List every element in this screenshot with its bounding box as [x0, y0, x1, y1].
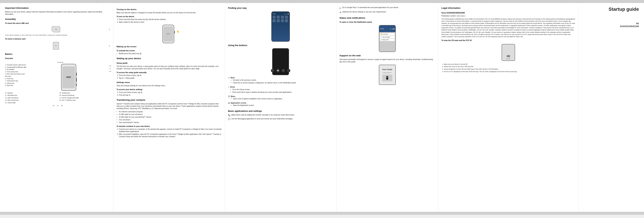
phone-app-desc: Make phone calls by dialling the number … [232, 114, 295, 116]
num-1: 1. Proximity sensor/ Light sensor [5, 64, 27, 66]
hw-buttons-row: ⬅ ⬜ ⊞ ⋯ [271, 69, 290, 72]
open-close-notif-label: To open or close the Notification panel [340, 21, 435, 23]
google-play-icon: ▷ [340, 6, 341, 10]
num-17: 17. Port for charger/USB cable [60, 97, 110, 99]
fp-screen-content [272, 16, 289, 40]
num-11: 11. Illumination bar [5, 94, 56, 96]
col-finding-way: Finding your way 10:55 ▲ ⬛ ◼ [225, 6, 336, 212]
notif-header: 10:55 ▲ ☁ ◼ [379, 25, 396, 32]
access-step-2: Tap ⚙ > Setup guide. [119, 77, 222, 79]
menu-hw-btn: ⊞ [282, 69, 285, 72]
device-step-1: From your Home screen, tap ⊞. [119, 91, 222, 94]
num-14: 14. Camera light [5, 102, 56, 104]
num-3: 3. Ear speaker [5, 68, 27, 71]
col-setup: Turning on the device Make sure that the… [114, 6, 225, 212]
google-play-section: ▷ Go to Google Play™ to download free an… [340, 6, 435, 14]
transfer-items: An Internet-connected computer. A USB ca… [116, 111, 222, 124]
model-number-label: D2303/D2305/D2306 [609, 25, 639, 28]
settings-menu-desc: View and change settings for your device… [116, 85, 222, 87]
access-device-settings-title: To access your device settings [116, 88, 222, 91]
menu-row: ☰ Menu Open a list of options available … [228, 95, 333, 101]
turning-on-title: Turning on the device [116, 8, 222, 11]
menu-desc: ☰ Menu Open a list of options available … [228, 95, 333, 101]
optimise-icon: ✕ [340, 11, 342, 14]
support-illustration: User Guide Sony Xperia™ 📱 [340, 65, 435, 85]
finding-way-title: Finding your way [228, 6, 333, 10]
fp-status-bar: 10:55 ▲ ⬛ ◼ [272, 13, 289, 15]
fp-app-8 [285, 19, 288, 22]
setup-guide-desc: The first time you start your device, a … [116, 65, 222, 70]
fp-time: 10:55 [272, 13, 276, 15]
notif-body: 📶 Connected 📧 New message 🔋 Battery 85% [379, 32, 396, 42]
device-row: 1. Proximity sensor/ Light sensor 2. Cha… [5, 64, 110, 91]
menu-label: Menu [231, 95, 235, 97]
power-btn-indicator [174, 31, 175, 33]
finding-phone: 10:55 ▲ ⬛ ◼ [271, 11, 290, 42]
google-play-desc: Go to Google Play™ to download free and … [342, 6, 399, 9]
basic-apps-title: Basic applications and settings [228, 109, 333, 113]
turn-on-steps: Press and hold down the power key ⏻ unti… [116, 18, 222, 23]
ce-step-1: Make sure your device is turned off. [444, 63, 575, 65]
app-screen-desc: ⊞ Application screen Open the Applicatio… [228, 102, 333, 107]
basics-section: Basics Overview 13 14 15 1. Proximity se… [5, 52, 110, 107]
back-item-2: Close the on-screen keypad, a dialog box… [233, 82, 296, 84]
transfer-desc: Xperia™ Transfer and Contacts Setup are … [116, 103, 222, 110]
fp-app-grid [272, 16, 289, 22]
num-18: 18. NFC™ detection area [60, 99, 110, 101]
fp-app-7 [281, 19, 284, 22]
ce-step-2: Detach the cover for the micro SIM card … [444, 66, 575, 68]
back-items: Go back to the previous screen. Close th… [230, 79, 296, 84]
activate-step-1: Briefly press the power key ⏻. [119, 52, 222, 55]
menu-item-1: Open a list of options available in the … [233, 98, 283, 100]
top-bar-seg1 [0, 0, 96, 3]
ce-diagram-box: CE FCC ID [502, 44, 515, 61]
transfer-item-1: An Internet-connected computer. [119, 111, 222, 113]
transfer-new-title: To transfer contacts to your new device [116, 125, 222, 128]
notif-item-3: 🔋 Battery 85% [380, 39, 395, 41]
notif-item-2: 📧 New message [380, 36, 395, 38]
bottom-numbers: 12 11 10 [5, 105, 110, 107]
support-book-subtitle: Sony Xperia™ [383, 72, 392, 74]
assembly-title: Assembly [5, 17, 110, 21]
bottom-bar [0, 212, 644, 215]
numbers-left: 1. Proximity sensor/ Light sensor 2. Cha… [5, 64, 27, 87]
menu-items: Open a list of options available in the … [231, 98, 283, 100]
ce-step-4: The FCC ID is displayed on the back of t… [444, 71, 575, 73]
fp-app-5 [272, 19, 276, 22]
phone-illustration: SONY —16 —17 —18 [27, 64, 110, 91]
home-items: Go to the Home screen. Press and hold to… [230, 88, 292, 93]
access-device-steps: From your Home screen, tap ⊞. Find and t… [116, 91, 222, 96]
num-2: 2. Charging light/ Notification light [5, 66, 27, 69]
num-15: 15. Headset jack [60, 92, 110, 94]
side-button-volume [76, 78, 77, 82]
home-item-2: Press and hold to open a window showing … [232, 91, 292, 93]
important-info-intro: Before you use your device, please read … [5, 11, 110, 15]
top-bar-seg7 [567, 0, 644, 3]
access-step-1: From the Home screen, tap ⊞. [119, 74, 222, 77]
basic-apps-section: Basic applications and settings 📞 Make p… [228, 109, 333, 121]
transfer-new-step-1: Connect your device to a computer. In th… [119, 128, 222, 133]
sony-logo: SONY [66, 76, 71, 79]
startup-title-box: Startup guide M2 D2303/D2305/D2306 [609, 6, 639, 28]
numbers-bottom: 10. Speaker 11. Illumination bar 12. Mai… [5, 92, 110, 104]
back-desc: ↩ Back Go back to the previous screen. C… [228, 76, 333, 85]
legal-title: Legal information [441, 6, 575, 10]
using-buttons-title: Using the buttons [228, 44, 333, 47]
phone-body: SONY [61, 64, 76, 91]
transfer-item-4: Your old device. [119, 119, 222, 121]
memory-card-label: To insert a memory card [5, 38, 110, 40]
view-ce-title: To view the CE mark and the FCC ID [441, 39, 575, 42]
num-8: 8. Camera key [5, 82, 27, 85]
optimise-row: ✕ Optimise the device settings to suit y… [340, 11, 435, 14]
support-phone-icon: 📱 [382, 75, 392, 81]
num-11-b: 11 [57, 105, 58, 107]
using-buttons-section: Using the buttons ⬅ ⬜ ⊞ ⋯ ↩ [228, 44, 333, 107]
notif-time: 10:55 [380, 28, 384, 30]
app-screen-icon: ⊞ [228, 102, 230, 105]
menu-text: Menu Open a list of options available in… [231, 95, 283, 101]
fcc-id-label: FCC ID [506, 58, 510, 60]
turn-on-step-2: Wait a while for the device to start. [119, 21, 222, 23]
num-6: 6. Power key [5, 78, 27, 80]
finding-way-section: Finding your way 10:55 ▲ ⬛ ◼ [228, 6, 333, 42]
notif-icons: ▲ ☁ ◼ [390, 28, 394, 30]
